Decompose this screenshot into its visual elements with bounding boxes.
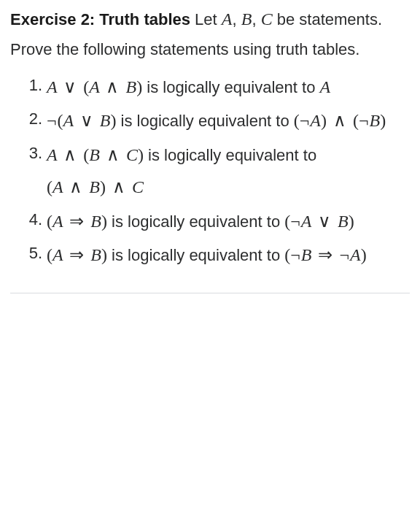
divider bbox=[10, 293, 410, 293]
equiv-text: is logically equivalent to bbox=[144, 146, 316, 164]
item-number: 3. bbox=[23, 139, 42, 169]
math-expression-rhs: (A ∧ B) ∧ C bbox=[47, 177, 144, 196]
problem-list: 1. A ∨ (A ∧ B) is logically equivalent t… bbox=[10, 66, 410, 272]
item-number: 5. bbox=[23, 239, 42, 269]
math-expression-lhs: (A ⇒ B) bbox=[47, 245, 107, 264]
math-expression-rhs: A bbox=[320, 77, 331, 96]
equiv-text: is logically equivalent to bbox=[107, 212, 284, 231]
math-expression-lhs: A ∨ (A ∧ B) bbox=[47, 77, 142, 96]
comma: , bbox=[252, 10, 260, 28]
math-expression-rhs: (¬B ⇒ ¬A) bbox=[284, 245, 366, 264]
list-item: 1. A ∨ (A ∧ B) is logically equivalent t… bbox=[47, 71, 410, 104]
intro-text-1: Let bbox=[190, 10, 222, 28]
list-item: 3. A ∧ (B ∧ C) is logically equivalent t… bbox=[47, 139, 410, 205]
item-number: 4. bbox=[23, 205, 42, 235]
math-expression-rhs: (¬A ∨ B) bbox=[284, 212, 354, 231]
item-number: 1. bbox=[23, 71, 42, 101]
equiv-text: is logically equivalent to bbox=[107, 246, 284, 264]
var-c: C bbox=[261, 9, 273, 28]
list-item: 4. (A ⇒ B) is logically equivalent to (¬… bbox=[47, 205, 410, 239]
comma: , bbox=[232, 10, 241, 28]
item-number: 2. bbox=[23, 104, 42, 134]
equiv-text: is logically equivalent to bbox=[142, 78, 319, 96]
math-expression-rhs: (¬A) ∧ (¬B) bbox=[294, 111, 386, 130]
list-item: 2. ¬(A ∨ B) is logically equivalent to (… bbox=[47, 104, 410, 138]
exercise-header: Exercise 2: Truth tables Let A, B, C be … bbox=[10, 3, 410, 65]
math-expression-lhs: (A ⇒ B) bbox=[47, 212, 107, 231]
var-b: B bbox=[241, 9, 252, 28]
var-a: A bbox=[222, 9, 233, 28]
exercise-title: Exercise 2: Truth tables bbox=[10, 10, 190, 28]
list-item: 5. (A ⇒ B) is logically equivalent to (¬… bbox=[47, 239, 410, 272]
equiv-text: is logically equivalent to bbox=[116, 112, 293, 130]
math-expression-lhs: A ∧ (B ∧ C) bbox=[47, 145, 144, 164]
math-expression-lhs: ¬(A ∨ B) bbox=[47, 111, 116, 130]
